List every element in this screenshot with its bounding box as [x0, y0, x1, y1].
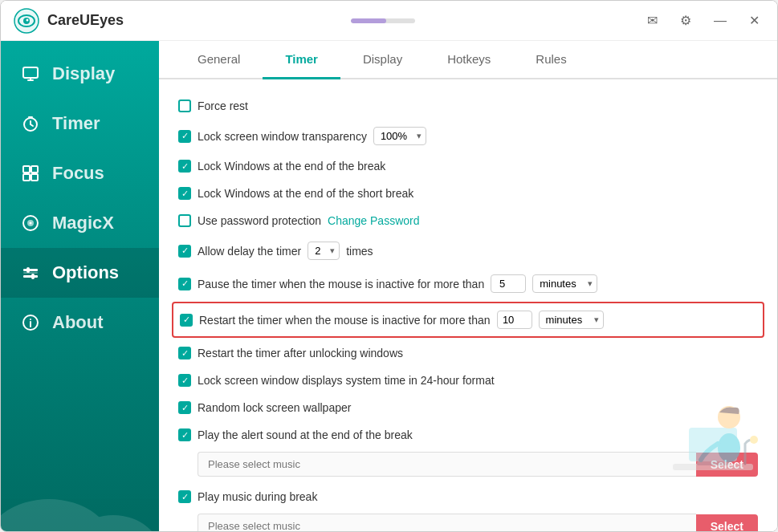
minimize-button[interactable]: — [709, 10, 731, 31]
sidebar-item-display[interactable]: Display [1, 49, 159, 99]
restart-unlock-label: Restart the timer after unlocking window… [198, 347, 403, 359]
pause-unit-dropdown[interactable]: minutes seconds [532, 274, 597, 293]
delay-dropdown-wrapper: 1 2 3 4 5 [308, 242, 340, 260]
force-rest-checkbox[interactable] [178, 99, 191, 112]
tab-general[interactable]: General [175, 41, 263, 79]
sidebar-item-about[interactable]: About [1, 298, 159, 347]
transparency-dropdown[interactable]: 100% 90% 80% 70% [373, 127, 426, 145]
random-wallpaper-row: ✓ Random lock screen wallpaper [178, 394, 758, 421]
tab-hotkeys[interactable]: Hotkeys [425, 41, 513, 79]
play-break-checkbox[interactable]: ✓ [178, 490, 191, 503]
settings-content: Force rest ✓ Lock screen window transpar… [159, 79, 777, 531]
sidebar-item-options[interactable]: Options [1, 248, 159, 298]
svg-point-12 [30, 222, 32, 225]
tab-rules[interactable]: Rules [513, 41, 589, 79]
play-alert-row: ✓ Play the alert sound at the end of the… [178, 421, 758, 449]
sidebar-label-focus: Focus [52, 163, 104, 184]
break-music-input[interactable] [198, 514, 696, 531]
close-button[interactable]: ✕ [744, 10, 764, 31]
display-icon [20, 65, 41, 83]
allow-delay-label: Allow delay the timer [198, 245, 301, 258]
random-wallpaper-label: Random lock screen wallpaper [198, 401, 351, 414]
title-bar-center [124, 18, 642, 23]
break-music-select-button[interactable]: Select [696, 514, 758, 532]
sidebar-item-timer[interactable]: Timer [1, 99, 159, 148]
sidebar-item-magicx[interactable]: MagicX [1, 198, 159, 248]
main-layout: Display Timer Focus MagicX [1, 41, 777, 531]
sidebar-label-magicx: MagicX [52, 213, 114, 234]
lock-transparency-label: Lock screen window transparency [198, 130, 367, 143]
lock-windows-end-checkbox[interactable]: ✓ [178, 160, 191, 173]
play-alert-checkbox[interactable]: ✓ [178, 428, 191, 441]
svg-point-3 [26, 18, 29, 21]
pause-inactive-checkbox[interactable]: ✓ [178, 278, 191, 290]
tab-display[interactable]: Display [340, 41, 425, 79]
restart-inactive-checkbox[interactable]: ✓ [180, 314, 193, 327]
transparency-dropdown-wrapper: 100% 90% 80% 70% [373, 127, 426, 145]
progress-fill [351, 18, 386, 23]
svg-rect-9 [31, 174, 38, 181]
tabs-bar: General Timer Display Hotkeys Rules [159, 41, 777, 79]
lock-24h-label: Lock screen window displays system time … [198, 374, 495, 387]
alert-music-select-button[interactable]: Select [696, 453, 758, 477]
svg-rect-6 [23, 166, 30, 173]
sidebar-item-focus[interactable]: Focus [1, 148, 159, 198]
pause-unit-wrapper: minutes seconds [532, 274, 597, 293]
tab-timer[interactable]: Timer [263, 41, 340, 79]
delay-dropdown[interactable]: 1 2 3 4 5 [308, 242, 340, 260]
app-logo-icon [14, 8, 39, 34]
force-rest-row: Force rest [178, 92, 758, 120]
lock-transparency-checkbox[interactable]: ✓ [178, 130, 191, 143]
lock-windows-end-label: Lock Windows at the end of the break [198, 160, 385, 173]
play-break-row: ✓ Play music during break [178, 483, 758, 510]
restart-inactive-input[interactable] [497, 311, 532, 329]
sidebar-label-options: Options [52, 262, 119, 283]
timer-icon [20, 115, 41, 132]
options-icon [20, 264, 41, 282]
allow-delay-checkbox[interactable]: ✓ [178, 245, 191, 258]
sidebar-label-timer: Timer [52, 113, 100, 134]
title-bar-right: ✉ ⚙ — ✕ [642, 10, 764, 31]
lock-24h-row: ✓ Lock screen window displays system tim… [178, 367, 758, 394]
lock-windows-short-checkbox[interactable]: ✓ [178, 187, 191, 200]
lock-windows-end-row: ✓ Lock Windows at the end of the break [178, 152, 758, 180]
restart-inactive-row: ✓ Restart the timer when the mouse is in… [172, 302, 764, 338]
lock-windows-short-label: Lock Windows at the end of the short bre… [198, 187, 413, 200]
content-area: General Timer Display Hotkeys Rules Forc… [159, 41, 777, 531]
title-bar-left: CareUEyes [14, 8, 124, 34]
lock-windows-short-row: ✓ Lock Windows at the end of the short b… [178, 180, 758, 207]
restart-unit-wrapper: minutes seconds [539, 311, 604, 329]
pause-inactive-input[interactable] [491, 274, 526, 293]
lock-24h-checkbox[interactable]: ✓ [178, 374, 191, 387]
restart-unlock-checkbox[interactable]: ✓ [178, 347, 191, 359]
password-checkbox[interactable] [178, 214, 191, 227]
force-rest-label: Force rest [198, 99, 248, 112]
restart-inactive-label: Restart the timer when the mouse is inac… [199, 314, 491, 327]
sidebar-label-about: About [52, 312, 104, 333]
settings-button[interactable]: ⚙ [675, 10, 696, 31]
about-icon [20, 314, 41, 331]
password-label: Use password protection [198, 214, 321, 227]
svg-rect-14 [23, 272, 38, 274]
pause-inactive-label: Pause the timer when the mouse is inacti… [198, 278, 484, 290]
lock-transparency-row: ✓ Lock screen window transparency 100% 9… [178, 120, 758, 152]
svg-rect-7 [31, 166, 38, 173]
restart-unit-dropdown[interactable]: minutes seconds [539, 311, 604, 329]
alert-music-input[interactable] [198, 452, 696, 477]
email-button[interactable]: ✉ [642, 10, 662, 31]
pause-inactive-row: ✓ Pause the timer when the mouse is inac… [178, 267, 758, 300]
break-music-row: Select [198, 514, 758, 531]
svg-rect-17 [31, 274, 35, 279]
sidebar: Display Timer Focus MagicX [1, 41, 159, 531]
svg-point-19 [30, 319, 31, 320]
change-password-link[interactable]: Change Password [328, 214, 419, 227]
delay-suffix: times [346, 245, 373, 258]
focus-icon [20, 164, 41, 182]
svg-point-20 [1, 499, 113, 531]
svg-rect-13 [23, 269, 38, 271]
app-title: CareUEyes [47, 12, 124, 29]
title-bar: CareUEyes ✉ ⚙ — ✕ [1, 1, 777, 41]
svg-rect-4 [23, 67, 38, 78]
random-wallpaper-checkbox[interactable]: ✓ [178, 401, 191, 414]
restart-unlock-row: ✓ Restart the timer after unlocking wind… [178, 339, 758, 367]
